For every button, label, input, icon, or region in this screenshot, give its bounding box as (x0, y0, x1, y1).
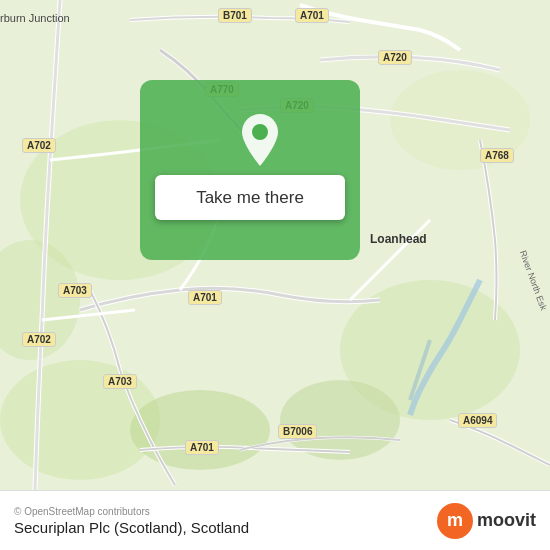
road-label-a703-bot: A703 (103, 374, 137, 389)
place-label-junction: rburn Junction (0, 12, 70, 24)
map-container: B701 A701 A720 A720 A770 A702 A702 A703 … (0, 0, 550, 490)
road-label-a703-top: A703 (58, 283, 92, 298)
road-label-b701: B701 (218, 8, 252, 23)
road-label-a6094: A6094 (458, 413, 497, 428)
road-label-a702-bot: A702 (22, 332, 56, 347)
moovit-m-icon: m (437, 503, 473, 539)
attribution-text: © OpenStreetMap contributors (14, 506, 249, 517)
road-label-a701-bot: A701 (185, 440, 219, 455)
info-bar: © OpenStreetMap contributors Securiplan … (0, 490, 550, 550)
location-region-text: Scotland (191, 519, 249, 536)
road-label-a720-right: A720 (378, 50, 412, 65)
take-me-there-label: Take me there (196, 188, 304, 208)
map-pin (235, 110, 285, 170)
moovit-logo: m moovit (437, 503, 536, 539)
svg-point-6 (130, 390, 270, 470)
road-label-a701-mid: A701 (188, 290, 222, 305)
road-label-a701-top: A701 (295, 8, 329, 23)
moovit-text: moovit (477, 510, 536, 531)
take-me-there-button[interactable]: Take me there (155, 175, 345, 220)
location-name: Securiplan Plc (Scotland), Scotland (14, 519, 249, 536)
road-label-a768: A768 (480, 148, 514, 163)
popup-highlight (140, 80, 360, 260)
place-label-loanhead: Loanhead (370, 232, 427, 246)
location-info: © OpenStreetMap contributors Securiplan … (14, 506, 249, 536)
location-name-text: Securiplan Plc (Scotland), (14, 519, 187, 536)
svg-point-8 (252, 124, 268, 140)
road-label-a702-top: A702 (22, 138, 56, 153)
road-label-b7006: B7006 (278, 424, 317, 439)
